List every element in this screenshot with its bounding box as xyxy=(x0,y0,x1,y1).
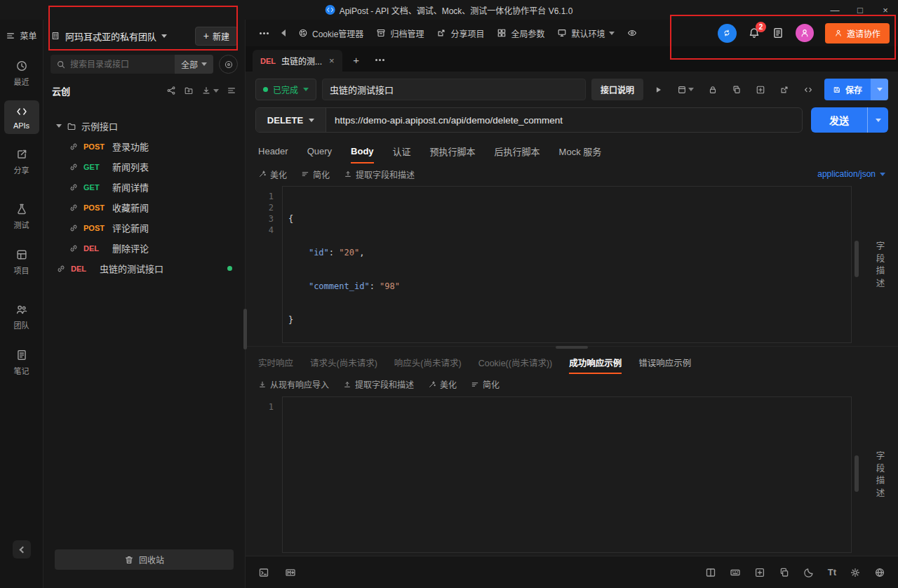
rail-item-team[interactable]: 团队 xyxy=(4,298,39,335)
api-locate-button[interactable] xyxy=(219,55,238,74)
field-desc-tab[interactable]: 字段描述 xyxy=(862,396,898,556)
maximize-button[interactable]: □ xyxy=(847,0,873,20)
api-tab-active[interactable]: DEL 虫链的测... × xyxy=(253,50,342,72)
editor-scrollbar[interactable] xyxy=(852,186,862,346)
user-avatar[interactable] xyxy=(796,24,814,42)
field-desc-tab[interactable]: 字段描述 xyxy=(862,186,898,346)
editor-scrollbar[interactable] xyxy=(852,396,862,556)
send-options-button[interactable] xyxy=(867,107,888,133)
beautify-button[interactable]: 美化 xyxy=(428,378,457,390)
rail-item-apis[interactable]: APIs xyxy=(4,100,39,134)
save-button[interactable]: 保存 xyxy=(824,79,888,100)
archive-manager-button[interactable]: 归档管理 xyxy=(370,23,429,44)
http-method-select[interactable]: DELETE xyxy=(256,108,326,132)
response-resize-divider[interactable] xyxy=(246,346,898,353)
new-api-button[interactable]: + 新建 xyxy=(195,27,238,46)
extract-fields-button[interactable]: 提取字段和描述 xyxy=(343,378,414,390)
import-export-button[interactable] xyxy=(201,86,219,95)
project-name[interactable]: 云创 xyxy=(52,84,70,98)
url-input[interactable] xyxy=(326,108,802,132)
sidebar-search[interactable]: 全部 xyxy=(51,55,213,74)
search-input[interactable] xyxy=(70,60,170,69)
font-size-button[interactable]: Tt xyxy=(828,567,836,577)
api-item[interactable]: DEL 删除评论 xyxy=(43,238,245,258)
sync-button[interactable] xyxy=(718,24,737,43)
invite-collaboration-button[interactable]: 邀请协作 xyxy=(825,23,890,44)
content-type-select[interactable]: application/json xyxy=(817,169,885,179)
new-folder-icon[interactable] xyxy=(184,86,194,95)
notifications-button[interactable]: 2 xyxy=(748,27,760,39)
search-filter-select[interactable]: 全部 xyxy=(175,55,213,74)
save-options-button[interactable] xyxy=(871,79,888,100)
tab-body[interactable]: Body xyxy=(351,140,374,163)
tab-mock[interactable]: Mock 服务 xyxy=(559,140,602,163)
panel-resize-handle[interactable] xyxy=(243,309,247,349)
tab-response-headers[interactable]: 响应头(尚未请求) xyxy=(394,353,462,374)
tab-query[interactable]: Query xyxy=(307,140,332,163)
global-params-button[interactable]: 全局参数 xyxy=(491,23,550,44)
tab-header[interactable]: Header xyxy=(258,140,288,163)
env-preview-button[interactable] xyxy=(622,24,643,42)
language-button[interactable] xyxy=(874,567,885,578)
minimize-button[interactable]: — xyxy=(822,0,847,20)
list-icon[interactable] xyxy=(227,86,236,95)
api-item-root[interactable]: DEL 虫链的测试接口 xyxy=(43,258,245,279)
more-button[interactable] xyxy=(254,28,274,39)
tab-more-button[interactable] xyxy=(370,50,390,69)
shortcut-keys-button[interactable] xyxy=(730,567,741,578)
theme-toggle-button[interactable] xyxy=(803,567,815,578)
api-item[interactable]: POST 登录功能 xyxy=(43,136,245,156)
chevron-down-icon[interactable] xyxy=(161,34,167,38)
duplicate-button[interactable] xyxy=(779,567,790,578)
example-select-button[interactable] xyxy=(673,81,698,99)
api-item[interactable]: POST 收藏新闻 xyxy=(43,197,245,218)
back-button[interactable] xyxy=(276,25,291,41)
simplify-button[interactable]: 简化 xyxy=(471,378,500,390)
api-status-select[interactable]: 已完成 xyxy=(255,79,316,100)
rail-item-notes[interactable]: 笔记 xyxy=(4,344,39,380)
rail-item-menu[interactable]: 菜单 xyxy=(6,29,36,41)
tab-cookie[interactable]: Cookie((尚未请求)) xyxy=(478,353,553,374)
send-button[interactable]: 发送 xyxy=(811,107,888,133)
rail-item-project[interactable]: 项目 xyxy=(4,243,39,280)
api-item[interactable]: GET 新闻列表 xyxy=(43,156,245,177)
api-item[interactable]: GET 新闻详情 xyxy=(43,177,245,197)
tree-folder[interactable]: 示例接口 xyxy=(43,116,245,136)
beautify-button[interactable]: 美化 xyxy=(258,168,287,180)
network-icon[interactable] xyxy=(166,86,176,95)
import-from-response-button[interactable]: 从现有响应导入 xyxy=(258,378,329,390)
extract-fields-button[interactable]: 提取字段和描述 xyxy=(344,168,415,180)
team-selector[interactable]: 阿玛耳忒亚的私有团队 xyxy=(65,29,156,43)
tab-request-headers[interactable]: 请求头(尚未请求) xyxy=(310,353,377,374)
cookie-manager-button[interactable]: Cookie管理器 xyxy=(293,23,369,44)
simplify-button[interactable]: 简化 xyxy=(301,168,330,180)
scrollbar-thumb[interactable] xyxy=(855,241,859,277)
share-project-button[interactable]: 分享项目 xyxy=(431,23,490,44)
api-name-input[interactable] xyxy=(322,79,586,100)
rail-item-share[interactable]: 分享 xyxy=(4,143,39,180)
rail-item-recent[interactable]: 最近 xyxy=(4,55,39,91)
api-item[interactable]: POST 评论新闻 xyxy=(43,218,245,238)
console-button[interactable] xyxy=(258,567,269,578)
lock-button[interactable] xyxy=(704,81,722,99)
api-doc-button[interactable]: 接口说明 xyxy=(591,79,643,100)
environment-select[interactable]: 默认环境 xyxy=(551,23,620,44)
json-code-area[interactable]: { "id": "20", "comment_id": "98" } xyxy=(282,186,852,343)
markdown-button[interactable] xyxy=(285,567,296,578)
layout-split-button[interactable] xyxy=(705,567,716,578)
feedback-button[interactable] xyxy=(772,27,784,39)
generate-code-button[interactable] xyxy=(799,81,817,99)
tab-post-script[interactable]: 后执行脚本 xyxy=(495,140,540,163)
tab-error-example[interactable]: 错误响应示例 xyxy=(638,353,691,374)
share-api-button[interactable] xyxy=(775,81,793,99)
close-button[interactable]: × xyxy=(873,0,898,20)
tab-pre-script[interactable]: 预执行脚本 xyxy=(430,140,476,163)
collapse-sidebar-button[interactable] xyxy=(13,540,31,559)
scrollbar-thumb[interactable] xyxy=(855,455,859,492)
resize-handle[interactable] xyxy=(556,346,588,349)
tab-realtime-response[interactable]: 实时响应 xyxy=(258,353,293,374)
recycle-bin-button[interactable]: 回收站 xyxy=(55,549,234,570)
new-window-button[interactable] xyxy=(754,567,765,578)
snippet-button[interactable] xyxy=(751,81,770,99)
response-code-area[interactable] xyxy=(282,396,852,554)
